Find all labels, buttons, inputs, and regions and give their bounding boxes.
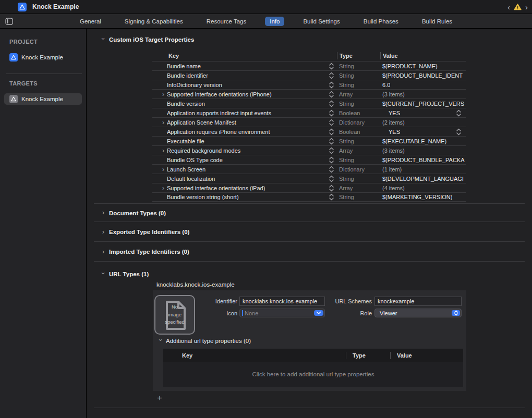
stepper-updown-icon[interactable] xyxy=(329,138,334,145)
property-row[interactable]: › Application requires iPhone environmen… xyxy=(152,127,466,136)
stepper-updown-icon[interactable] xyxy=(329,156,334,164)
disclosure-chevron-icon[interactable]: › xyxy=(101,248,106,255)
identifier-field[interactable] xyxy=(239,297,325,306)
section-url-types[interactable]: › URL Types (1) xyxy=(87,262,532,277)
property-key[interactable]: Bundle OS Type code xyxy=(167,157,325,163)
stepper-updown-icon[interactable] xyxy=(329,119,334,126)
property-row[interactable]: › Bundle name String $(PRODUCT_NAME) xyxy=(152,61,466,70)
sidebar-item-project[interactable]: Knock Example xyxy=(4,52,82,63)
disclosure-chevron-icon[interactable]: › xyxy=(158,338,164,343)
property-value[interactable]: $(PRODUCT_BUNDLE_PACKA xyxy=(380,155,466,164)
stepper-updown-icon[interactable] xyxy=(456,128,462,136)
property-key[interactable]: Supported interface orientations (iPhone… xyxy=(167,91,325,97)
property-type[interactable]: Boolean xyxy=(337,110,380,116)
warning-icon[interactable] xyxy=(514,4,522,10)
property-type[interactable]: Dictionary xyxy=(337,166,380,173)
role-popup-button[interactable]: Viewer xyxy=(374,309,462,317)
key-stepper[interactable] xyxy=(325,91,337,98)
section-exported-type-identifiers[interactable]: › Exported Type Identifiers (0) xyxy=(87,222,532,242)
key-stepper[interactable] xyxy=(325,185,337,192)
property-value[interactable]: YES xyxy=(380,108,466,117)
property-type[interactable]: Array xyxy=(337,147,380,154)
key-stepper[interactable] xyxy=(325,166,337,173)
disclosure-chevron-icon[interactable]: › xyxy=(162,147,167,154)
property-key[interactable]: Required background modes xyxy=(167,147,325,154)
property-value[interactable]: $(PRODUCT_NAME) xyxy=(380,62,466,70)
additional-table-empty-area[interactable]: Click here to add additional url type pr… xyxy=(163,362,463,387)
stepper-updown-icon[interactable] xyxy=(329,175,334,182)
property-key[interactable]: Bundle version string (short) xyxy=(167,194,325,200)
property-row[interactable]: › Bundle identifier String $(PRODUCT_BUN… xyxy=(152,70,466,80)
stepper-updown-icon[interactable] xyxy=(329,63,334,70)
sidebar-item-target[interactable]: Knock Example xyxy=(4,93,82,105)
key-stepper[interactable] xyxy=(325,81,337,89)
disclosure-chevron-icon[interactable]: › xyxy=(101,209,106,216)
tab-resource-tags[interactable]: Resource Tags xyxy=(202,17,251,26)
key-stepper[interactable] xyxy=(325,100,337,107)
stepper-updown-icon[interactable] xyxy=(329,185,334,192)
property-type[interactable]: String xyxy=(337,101,380,107)
disclosure-chevron-icon[interactable]: › xyxy=(162,119,167,126)
property-value[interactable]: (2 items) xyxy=(380,118,466,127)
tab-signing-capabilities[interactable]: Signing & Capabilities xyxy=(120,17,188,26)
stepper-updown-icon[interactable] xyxy=(329,193,334,201)
key-stepper[interactable] xyxy=(325,128,337,136)
tab-build-rules[interactable]: Build Rules xyxy=(417,17,457,26)
property-key[interactable]: InfoDictionary version xyxy=(167,82,325,88)
property-row[interactable]: › Bundle OS Type code String $(PRODUCT_B… xyxy=(152,155,466,164)
key-stepper[interactable] xyxy=(325,175,337,182)
section-imported-type-identifiers[interactable]: › Imported Type Identifiers (0) xyxy=(87,242,532,262)
key-stepper[interactable] xyxy=(325,156,337,164)
back-chevron-icon[interactable]: ‹ xyxy=(507,3,510,11)
stepper-updown-icon[interactable] xyxy=(329,91,334,98)
disclosure-chevron-icon[interactable]: › xyxy=(100,36,107,42)
property-type[interactable]: Array xyxy=(337,185,380,191)
property-key[interactable]: Application supports indirect input even… xyxy=(167,110,325,116)
property-type[interactable]: Dictionary xyxy=(337,119,380,126)
tab-info[interactable]: Info xyxy=(265,17,284,26)
stepper-updown-icon[interactable] xyxy=(329,81,334,89)
property-type[interactable]: String xyxy=(337,194,380,200)
stepper-updown-icon[interactable] xyxy=(456,109,462,117)
property-type[interactable]: String xyxy=(337,63,380,69)
disclosure-chevron-icon[interactable]: › xyxy=(162,166,167,173)
sidebar-toggle-icon[interactable] xyxy=(5,18,13,25)
property-value[interactable]: $(EXECUTABLE_NAME) xyxy=(380,137,466,145)
property-row[interactable]: › InfoDictionary version String 6.0 xyxy=(152,80,466,89)
property-value[interactable]: (1 item) xyxy=(380,165,466,174)
key-stepper[interactable] xyxy=(325,72,337,79)
property-row[interactable]: › Application Scene Manifest Dictionary … xyxy=(152,117,466,127)
additional-properties-header[interactable]: › Additional url type properties (0) xyxy=(158,337,251,344)
property-key[interactable]: Bundle name xyxy=(167,63,325,69)
boolean-popup-stepper[interactable] xyxy=(456,109,462,117)
property-key[interactable]: Executable file xyxy=(167,138,325,144)
tab-build-settings[interactable]: Build Settings xyxy=(298,17,344,26)
property-key[interactable]: Bundle identifier xyxy=(167,72,325,79)
property-value[interactable]: $(MARKETING_VERSION) xyxy=(380,193,466,201)
disclosure-chevron-icon[interactable]: › xyxy=(162,91,167,97)
property-type[interactable]: String xyxy=(337,82,380,88)
key-stepper[interactable] xyxy=(325,138,337,145)
property-row[interactable]: › Bundle version String $(CURRENT_PROJEC… xyxy=(152,99,466,108)
property-value[interactable]: (4 items) xyxy=(380,183,466,192)
section-document-types[interactable]: › Document Types (0) xyxy=(87,204,532,222)
forward-chevron-icon[interactable]: › xyxy=(525,3,528,11)
stepper-updown-icon[interactable] xyxy=(329,100,334,107)
section-custom-ios-target-properties[interactable]: › Custom iOS Target Properties xyxy=(101,36,532,43)
popup-stepper-button[interactable] xyxy=(452,310,460,316)
property-type[interactable]: String xyxy=(337,157,380,163)
property-type[interactable]: String xyxy=(337,72,380,79)
property-key[interactable]: Default localization xyxy=(167,176,325,182)
property-value[interactable]: $(PRODUCT_BUNDLE_IDENT xyxy=(380,71,466,80)
icon-combo-box[interactable]: None xyxy=(239,309,325,317)
key-stepper[interactable] xyxy=(325,63,337,70)
url-schemes-field[interactable] xyxy=(374,297,462,306)
disclosure-chevron-icon[interactable]: › xyxy=(162,185,167,191)
property-row[interactable]: › Application supports indirect input ev… xyxy=(152,108,466,117)
key-stepper[interactable] xyxy=(325,109,337,117)
property-key[interactable]: Bundle version xyxy=(167,101,325,107)
property-row[interactable]: › Default localization String $(DEVELOPM… xyxy=(152,174,466,183)
property-row[interactable]: › Supported interface orientations (iPho… xyxy=(152,89,466,99)
property-type[interactable]: String xyxy=(337,176,380,182)
stepper-updown-icon[interactable] xyxy=(329,72,334,79)
